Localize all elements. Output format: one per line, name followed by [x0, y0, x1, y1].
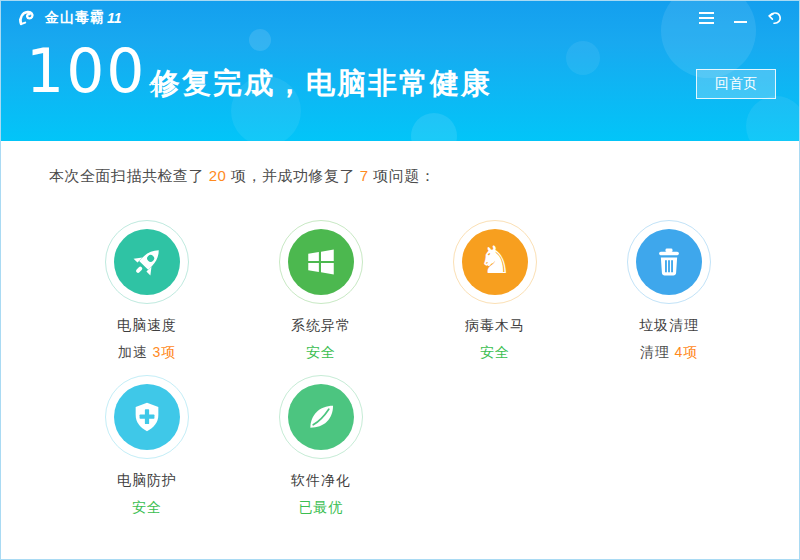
health-score: 100 分 [26, 41, 166, 101]
item-label: 电脑防护 [117, 472, 177, 490]
item-label: 垃圾清理 [639, 317, 699, 335]
icon-ring [279, 220, 363, 304]
minimize-icon[interactable] [729, 7, 751, 29]
result-item-purify: 软件净化 已最优 [234, 375, 408, 530]
menu-icon[interactable] [695, 7, 717, 29]
item-label: 软件净化 [291, 472, 351, 490]
leaf-icon [288, 384, 354, 450]
scan-summary: 本次全面扫描共检查了 20 项，并成功修复了 7 项问题： [49, 167, 799, 186]
status-safe: 安全 [306, 344, 336, 360]
item-label: 病毒木马 [465, 317, 525, 335]
windows-icon [288, 229, 354, 295]
item-status: 清理 4项 [640, 344, 699, 362]
home-button[interactable]: 回首页 [696, 69, 776, 99]
item-status: 安全 [306, 344, 336, 362]
status-text: 加速 [118, 344, 153, 360]
icon-ring: ♞ [453, 220, 537, 304]
app-logo-swirl-icon [17, 8, 37, 28]
app-title: 金山毒霸 [45, 9, 105, 27]
scan-result-panel: 本次全面扫描共检查了 20 项，并成功修复了 7 项问题： [1, 167, 799, 530]
summary-text: 项，并成功修复了 [226, 167, 359, 184]
result-item-virus: ♞ 病毒木马 安全 [408, 220, 582, 375]
item-status: 安全 [132, 499, 162, 517]
result-item-system: 系统异常 安全 [234, 220, 408, 375]
item-label: 系统异常 [291, 317, 351, 335]
icon-ring [105, 375, 189, 459]
summary-text: 本次全面扫描共检查了 [49, 167, 209, 184]
status-text: 清理 [640, 344, 675, 360]
icon-ring [105, 220, 189, 304]
item-status: 已最优 [299, 499, 344, 517]
app-window: 金山毒霸 11 100 分 修复完成，电脑非常健康 回首页 本次全面扫描共 [0, 0, 800, 560]
status-count-link[interactable]: 3项 [153, 344, 177, 360]
score-value: 100 [26, 41, 147, 101]
result-item-protection: 电脑防护 安全 [60, 375, 234, 530]
titlebar[interactable]: 金山毒霸 11 [1, 1, 799, 35]
app-version: 11 [107, 10, 122, 26]
icon-ring [279, 375, 363, 459]
decor-bubble [746, 96, 799, 141]
checked-count: 20 [209, 167, 227, 184]
result-item-speed: 电脑速度 加速 3项 [60, 220, 234, 375]
shield-plus-icon [114, 384, 180, 450]
item-status: 加速 3项 [118, 344, 177, 362]
hero-header: 金山毒霸 11 100 分 修复完成，电脑非常健康 回首页 [1, 1, 799, 141]
icon-ring [627, 220, 711, 304]
rocket-icon [114, 229, 180, 295]
result-item-junk: 垃圾清理 清理 4项 [582, 220, 756, 375]
decor-bubble [411, 113, 457, 141]
knight-glyph: ♞ [478, 241, 512, 279]
item-label: 电脑速度 [117, 317, 177, 335]
status-count-link[interactable]: 4项 [675, 344, 699, 360]
result-grid: 电脑速度 加速 3项 系统异常 安全 [60, 220, 756, 530]
result-headline: 修复完成，电脑非常健康 [151, 64, 492, 104]
status-safe: 安全 [480, 344, 510, 360]
item-status: 安全 [480, 344, 510, 362]
decor-bubble [566, 41, 600, 75]
fixed-count: 7 [360, 167, 369, 184]
summary-text: 项问题： [369, 167, 436, 184]
horse-icon: ♞ [462, 229, 528, 295]
trash-icon [636, 229, 702, 295]
back-icon[interactable] [763, 7, 785, 29]
status-safe: 安全 [132, 499, 162, 515]
status-safe: 已最优 [299, 499, 344, 515]
